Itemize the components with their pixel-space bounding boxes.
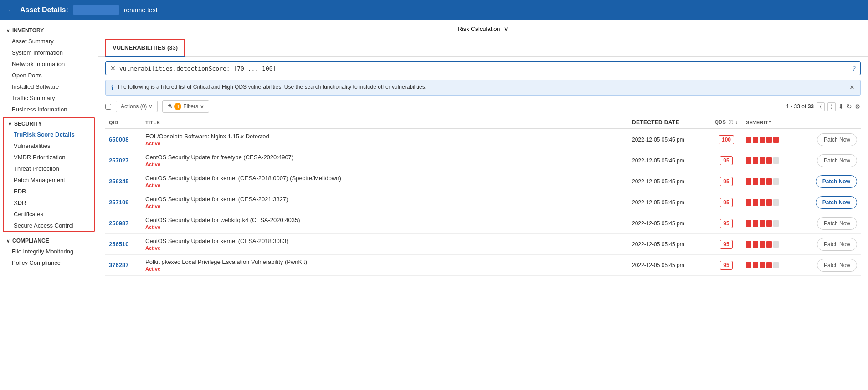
sidebar-item-installed-software[interactable]: Installed Software	[0, 81, 98, 92]
severity-bar-2	[753, 241, 758, 248]
patch-now-button-257109[interactable]: Patch Now	[816, 196, 857, 209]
filters-label: Filters	[183, 103, 198, 110]
qid-link-376287[interactable]: 376287	[109, 262, 128, 268]
severity-bars	[746, 220, 793, 227]
sidebar-item-vmdr-prioritization[interactable]: VMDR Prioritization	[4, 152, 94, 163]
table-row: 256345CentOS Security Update for kernel …	[105, 171, 861, 192]
severity-bar-3	[760, 178, 765, 185]
sidebar-section-label-inventory: INVENTORY	[12, 27, 44, 34]
actions-button[interactable]: Actions (0) ∨	[116, 101, 158, 112]
sidebar-section-header-security[interactable]: ∨ SECURITY	[4, 118, 94, 129]
patch-now-button-256345[interactable]: Patch Now	[816, 175, 857, 188]
table-row: 650008EOL/Obsolete Software: Nginx 1.15.…	[105, 129, 861, 150]
vuln-status: Active	[145, 182, 625, 188]
toolbar: Actions (0) ∨ ⚗ 4 Filters ∨ 1 - 33 of 33…	[98, 100, 868, 116]
sidebar-section-header-inventory[interactable]: ∨ INVENTORY	[0, 24, 98, 35]
sidebar-item-vulnerabilities[interactable]: Vulnerabilities	[4, 140, 94, 152]
severity-bar-1	[746, 262, 751, 268]
severity-bars	[746, 157, 793, 164]
severity-bars	[746, 178, 793, 185]
vuln-status: Active	[145, 224, 625, 230]
sidebar-item-file-integrity-monitoring[interactable]: File Integrity Monitoring	[0, 246, 98, 257]
table-row: 256510CentOS Security Update for kernel …	[105, 234, 861, 255]
search-help-button[interactable]: ?	[852, 65, 856, 72]
actions-chevron-icon: ∨	[149, 103, 153, 110]
sidebar-item-edr[interactable]: EDR	[4, 186, 94, 197]
pagination-first-button[interactable]: ⟨	[817, 102, 825, 111]
chevron-down-icon: ∨	[6, 28, 10, 33]
table-row: 257109CentOS Security Update for kernel …	[105, 192, 861, 213]
patch-now-button-256987[interactable]: Patch Now	[817, 217, 857, 230]
sidebar-section-header-compliance[interactable]: ∨ COMPLIANCE	[0, 234, 98, 246]
qid-link-257109[interactable]: 257109	[109, 199, 128, 206]
pagination-next-button[interactable]: ⟩	[827, 102, 836, 111]
severity-bar-2	[753, 178, 758, 185]
patch-now-button-257027[interactable]: Patch Now	[817, 154, 857, 167]
search-clear-button[interactable]: ✕	[110, 65, 116, 72]
sidebar-item-system-information[interactable]: System Information	[0, 47, 98, 58]
filters-button[interactable]: ⚗ 4 Filters ∨	[162, 100, 209, 113]
vuln-title: CentOS Security Update for kernel (CESA-…	[145, 175, 625, 182]
vuln-title: Polkit pkexec Local Privilege Escalation…	[145, 258, 625, 265]
sidebar-item-network-information[interactable]: Network Information	[0, 58, 98, 70]
info-banner-close-button[interactable]: ✕	[849, 84, 855, 91]
refresh-icon[interactable]: ↻	[847, 103, 852, 110]
detected-date: 2022-12-05 05:45 pm	[628, 129, 710, 150]
severity-bar-4	[766, 199, 772, 206]
tab-vulnerabilities[interactable]: VULNERABILITIES (33)	[105, 39, 185, 57]
severity-bar-3	[760, 262, 765, 268]
sidebar-item-certificates[interactable]: Certificates	[4, 208, 94, 220]
patch-now-button-256510[interactable]: Patch Now	[817, 238, 857, 251]
sidebar-item-trurisk-score-details[interactable]: TruRisk Score Details	[4, 129, 94, 140]
table-header-row: QID TITLE DETECTED DATE QDS ⓘ ↓ SEVERITY	[105, 116, 861, 129]
qid-link-257027[interactable]: 257027	[109, 157, 128, 164]
vuln-status: Active	[145, 162, 625, 167]
sidebar-item-open-ports[interactable]: Open Ports	[0, 70, 98, 81]
severity-bars	[746, 199, 793, 206]
qds-badge: 95	[720, 240, 732, 249]
vuln-status: Active	[145, 203, 625, 209]
patch-now-button-376287[interactable]: Patch Now	[817, 259, 857, 272]
header-title: Asset Details:	[20, 6, 68, 14]
filter-badge: 4	[174, 103, 181, 110]
severity-bar-1	[746, 137, 751, 143]
qds-badge: 95	[720, 261, 732, 270]
filters-chevron-icon: ∨	[200, 103, 204, 110]
severity-bar-1	[746, 157, 751, 164]
qid-link-256987[interactable]: 256987	[109, 220, 128, 227]
search-query: vulnerabilities.detectionScore: [70 ... …	[119, 65, 848, 72]
sidebar-item-policy-compliance[interactable]: Policy Compliance	[0, 257, 98, 268]
download-icon[interactable]: ⬇	[838, 103, 844, 110]
vuln-title: CentOS Security Update for freetype (CES…	[145, 154, 625, 161]
qid-link-650008[interactable]: 650008	[109, 136, 128, 143]
severity-bar-5	[773, 241, 779, 248]
severity-bar-3	[760, 220, 765, 227]
sidebar-item-threat-protection[interactable]: Threat Protection	[4, 163, 94, 174]
sidebar-item-patch-management[interactable]: Patch Management	[4, 174, 94, 186]
asset-name	[73, 5, 119, 15]
sidebar-item-traffic-summary[interactable]: Traffic Summary	[0, 92, 98, 104]
qid-link-256345[interactable]: 256345	[109, 178, 128, 185]
vuln-status: Active	[145, 141, 625, 146]
sidebar-item-asset-summary[interactable]: Asset Summary	[0, 35, 98, 47]
settings-icon[interactable]: ⚙	[855, 103, 861, 110]
severity-bar-3	[760, 157, 765, 164]
qid-link-256510[interactable]: 256510	[109, 241, 128, 248]
patch-now-button-650008[interactable]: Patch Now	[817, 133, 857, 146]
risk-calc-chevron-icon[interactable]: ∨	[504, 25, 508, 32]
detected-date: 2022-12-05 05:45 pm	[628, 171, 710, 192]
col-header-detected-date: DETECTED DATE	[628, 116, 710, 129]
select-all-checkbox[interactable]	[105, 104, 111, 110]
sidebar-item-business-information[interactable]: Business Information	[0, 104, 98, 115]
severity-bars	[746, 241, 793, 248]
back-button[interactable]: ←	[7, 5, 15, 15]
table-row: 256987CentOS Security Update for webkitg…	[105, 213, 861, 234]
col-header-qds[interactable]: QDS ⓘ ↓	[710, 116, 742, 129]
info-banner-text: The following is a filtered list of Crit…	[117, 84, 842, 90]
sidebar-item-secure-access-control[interactable]: Secure Access Control	[4, 220, 94, 231]
severity-bar-2	[753, 220, 758, 227]
sidebar-item-xdr[interactable]: XDR	[4, 197, 94, 208]
risk-calculation-bar: Risk Calculation ∨	[98, 20, 868, 38]
detected-date: 2022-12-05 05:45 pm	[628, 213, 710, 234]
detected-date: 2022-12-05 05:45 pm	[628, 255, 710, 276]
